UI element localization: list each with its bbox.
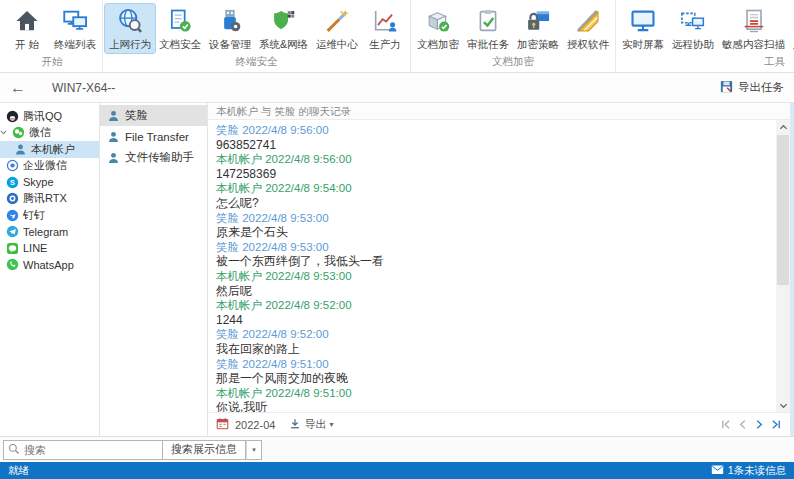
wechat-icon bbox=[12, 126, 25, 139]
contact-item-file-transfer-assistant[interactable]: 文件传输助手 bbox=[100, 147, 207, 168]
ribbon-item-web-behavior[interactable]: 上网行为 bbox=[105, 4, 155, 53]
chat-panel: 本机帐户 与 笑脸 的聊天记录 笑脸 2022/4/8 9:56:00 9638… bbox=[208, 103, 794, 436]
home-icon bbox=[12, 6, 42, 36]
contact-item-smile[interactable]: 笑脸 bbox=[100, 105, 207, 126]
device-management-icon bbox=[215, 6, 245, 36]
search-input[interactable] bbox=[24, 444, 158, 456]
chat-message: 本机帐户 2022/4/8 9:51:00 你说,我听 bbox=[216, 386, 768, 412]
whatsapp-icon bbox=[6, 258, 19, 271]
ribbon-group-terminal-security: 上网行为 文档安全 设备管理 系统&网络 bbox=[103, 0, 411, 72]
remote-assist-icon bbox=[678, 6, 708, 36]
web-behavior-icon bbox=[115, 6, 145, 36]
authorized-software-icon bbox=[573, 6, 603, 36]
back-button[interactable]: ← bbox=[10, 79, 38, 97]
calendar-icon[interactable] bbox=[216, 417, 229, 432]
first-page-icon[interactable] bbox=[720, 419, 731, 430]
realtime-screen-icon bbox=[628, 6, 658, 36]
caret-down-icon: ▾ bbox=[329, 420, 333, 429]
sidebar-item-dingtalk[interactable]: 钉钉 bbox=[0, 207, 99, 224]
export-task-icon bbox=[719, 79, 734, 96]
sidebar-item-local-account[interactable]: 本机帐户 bbox=[0, 141, 99, 158]
ribbon-item-realtime-screen[interactable]: 实时屏幕 bbox=[618, 4, 668, 53]
ribbon-item-sensitive-scan[interactable]: 敏感内容扫描 bbox=[718, 4, 789, 53]
unread-messages[interactable]: 1条未读信息 bbox=[711, 464, 786, 478]
sidebar-item-wechat[interactable]: 微信 bbox=[0, 125, 99, 142]
sidebar-item-whatsapp[interactable]: WhatsApp bbox=[0, 257, 99, 274]
ribbon-item-system-network[interactable]: 系统&网络 bbox=[255, 4, 312, 53]
ribbon: 开 始 终端列表 开始 上网行为 文档安全 bbox=[0, 0, 794, 73]
envelope-icon bbox=[711, 464, 724, 477]
chevron-down-icon[interactable] bbox=[0, 129, 8, 136]
scrollbar-thumb[interactable] bbox=[777, 135, 789, 285]
chat-message: 笑脸 2022/4/8 9:52:00 我在回家的路上 bbox=[216, 327, 768, 356]
line-icon bbox=[6, 242, 19, 255]
status-text: 就绪 bbox=[8, 464, 29, 478]
chat-message: 笑脸 2022/4/8 9:53:00 被一个东西绊倒了，我低头一看 bbox=[216, 240, 768, 269]
ribbon-item-terminal-list[interactable]: 终端列表 bbox=[50, 4, 100, 53]
chat-messages: 笑脸 2022/4/8 9:56:00 963852741 本机帐户 2022/… bbox=[208, 120, 790, 412]
chat-message: 本机帐户 2022/4/8 9:52:00 1244 bbox=[216, 298, 768, 327]
qq-icon bbox=[6, 110, 19, 123]
approval-task-icon bbox=[473, 6, 503, 36]
sidebar-item-skype[interactable]: S Skype bbox=[0, 174, 99, 191]
export-button[interactable]: 导出 ▾ bbox=[289, 417, 333, 432]
ops-center-icon bbox=[322, 6, 352, 36]
month-picker[interactable]: 2022-04 bbox=[235, 419, 275, 431]
ribbon-item-approval-task[interactable]: 审批任务 bbox=[463, 4, 513, 53]
export-task-button[interactable]: 导出任务 bbox=[719, 79, 784, 96]
ribbon-item-ops-center[interactable]: 运维中心 bbox=[312, 4, 362, 53]
chat-scrollbar[interactable] bbox=[776, 120, 790, 412]
productivity-icon bbox=[370, 6, 400, 36]
search-box[interactable] bbox=[3, 440, 163, 460]
pagination bbox=[720, 419, 782, 430]
telegram-icon bbox=[6, 225, 19, 238]
chat-footer: 2022-04 导出 ▾ bbox=[208, 412, 790, 436]
sidebar-item-wecom[interactable]: 企业微信 bbox=[0, 158, 99, 175]
chat-message: 本机帐户 2022/4/8 9:54:00 怎么呢? bbox=[216, 181, 768, 210]
user-icon bbox=[14, 143, 27, 156]
sensitive-scan-icon bbox=[739, 6, 769, 36]
ribbon-group-tools: 实时屏幕 远程协助 敏感内容扫描 库&模板 bbox=[616, 0, 794, 72]
terminal-title: WIN7-X64-- bbox=[52, 81, 115, 95]
main-area: 腾讯QQ 微信 本机帐户 企业微信 S Skype 腾讯RTX 钉钉 bbox=[0, 103, 794, 436]
next-page-icon[interactable] bbox=[754, 419, 765, 430]
sidebar-item-telegram[interactable]: Telegram bbox=[0, 224, 99, 241]
ribbon-group-label: 开始 bbox=[4, 54, 100, 72]
search-display-button[interactable]: 搜索展示信息 bbox=[163, 440, 246, 460]
contact-user-icon bbox=[107, 109, 120, 122]
ribbon-item-remote-assist[interactable]: 远程协助 bbox=[668, 4, 718, 53]
ribbon-item-document-encryption[interactable]: 文档加密 bbox=[413, 4, 463, 53]
sidebar-item-rtx[interactable]: 腾讯RTX bbox=[0, 191, 99, 208]
skype-icon: S bbox=[6, 176, 19, 189]
ribbon-group-label: 文档加密 bbox=[413, 54, 613, 72]
chat-message: 本机帐户 2022/4/8 9:56:00 147258369 bbox=[216, 152, 768, 181]
toolbar: ← WIN7-X64-- 导出任务 bbox=[0, 73, 794, 103]
document-encryption-icon bbox=[423, 6, 453, 36]
system-network-icon bbox=[269, 6, 299, 36]
ribbon-group-start: 开 始 终端列表 开始 bbox=[2, 0, 103, 72]
sidebar-item-qq[interactable]: 腾讯QQ bbox=[0, 108, 99, 125]
document-security-icon bbox=[165, 6, 195, 36]
ribbon-item-library-template[interactable]: 库&模板 bbox=[789, 4, 794, 53]
scroll-down-icon[interactable] bbox=[776, 398, 790, 412]
ribbon-item-authorized-software[interactable]: 授权软件 bbox=[563, 4, 613, 53]
contact-user-icon bbox=[107, 130, 120, 143]
download-icon bbox=[289, 418, 301, 432]
dingtalk-icon bbox=[6, 209, 19, 222]
prev-page-icon[interactable] bbox=[737, 419, 748, 430]
ribbon-item-device-management[interactable]: 设备管理 bbox=[205, 4, 255, 53]
ribbon-item-productivity[interactable]: 生产力 bbox=[362, 4, 408, 53]
contact-user-icon bbox=[107, 151, 120, 164]
last-page-icon[interactable] bbox=[771, 419, 782, 430]
search-options-caret[interactable]: ▾ bbox=[246, 440, 262, 460]
ribbon-item-encryption-policy[interactable]: 加密策略 bbox=[513, 4, 563, 53]
scroll-up-icon[interactable] bbox=[776, 120, 790, 134]
ribbon-group-label: 工具 bbox=[618, 54, 794, 72]
sidebar-item-line[interactable]: LINE bbox=[0, 240, 99, 257]
ribbon-item-home[interactable]: 开 始 bbox=[4, 4, 50, 53]
contact-item-file-transfer[interactable]: File Transfer bbox=[100, 126, 207, 147]
search-icon bbox=[8, 441, 20, 459]
rtx-icon bbox=[6, 192, 19, 205]
ribbon-item-document-security[interactable]: 文档安全 bbox=[155, 4, 205, 53]
contact-list: 笑脸 File Transfer 文件传输助手 bbox=[100, 103, 208, 436]
